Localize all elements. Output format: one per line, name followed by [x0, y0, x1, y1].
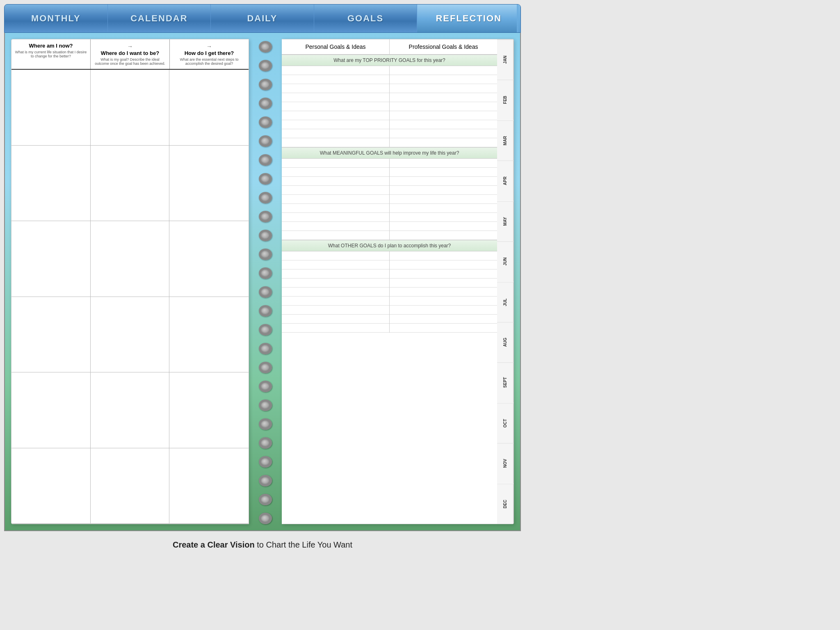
spiral-ring-12	[259, 267, 272, 279]
month-tab-aug[interactable]: AUG	[497, 322, 514, 362]
goal-line	[390, 204, 497, 213]
col-subtitle: What is my current life situation that I…	[14, 50, 88, 58]
goal-line	[282, 120, 389, 129]
col-title: Where do I want to be?	[93, 50, 167, 56]
navigation-bar: MONTHLYCALENDARDAILYGOALSREFLECTION	[4, 4, 521, 33]
goal-line	[390, 324, 497, 333]
grid-cell-r4-c0	[11, 372, 91, 448]
month-tab-sept[interactable]: SEPT	[497, 362, 514, 402]
section-label-1: What MEANINGFUL GOALS will help improve …	[282, 147, 497, 159]
goal-line	[390, 111, 497, 120]
grid-cell-r3-c2	[169, 297, 249, 373]
section-label-0: What are my TOP PRIORITY GOALS for this …	[282, 55, 497, 66]
nav-item-reflection[interactable]: REFLECTION	[417, 5, 520, 32]
month-tab-feb[interactable]: FEB	[497, 80, 514, 120]
month-tab-jan[interactable]: JAN	[497, 39, 514, 80]
month-tab-apr[interactable]: APR	[497, 160, 514, 201]
goal-line	[282, 297, 389, 306]
goals-section-1: What MEANINGFUL GOALS will help improve …	[282, 147, 497, 240]
left-header-col-1: →Where do I want to be?What is my goal? …	[91, 39, 170, 69]
month-tab-dec[interactable]: DEC	[497, 484, 514, 524]
goal-line	[282, 213, 389, 222]
goals-section-2: What OTHER GOALS do I plan to accomplish…	[282, 240, 497, 333]
goal-line	[390, 75, 497, 84]
grid-cell-r0-c1	[91, 70, 170, 146]
spiral-ring-0	[259, 41, 272, 52]
goals-lines-0	[282, 66, 497, 147]
grid-cell-r5-c0	[11, 448, 91, 524]
spiral-ring-23	[259, 475, 272, 486]
grid-cell-r0-c2	[169, 70, 249, 146]
grid-cell-r1-c2	[169, 146, 249, 221]
spiral-ring-3	[259, 98, 272, 109]
grid-cell-r2-c1	[91, 221, 170, 297]
goal-line	[282, 102, 389, 111]
month-tabs: JANFEBMARAPRMAYJUNJULAUGSEPTOCTNOVDEC	[497, 39, 514, 524]
goal-line	[390, 315, 497, 324]
nav-item-monthly[interactable]: MONTHLY	[5, 5, 108, 32]
grid-cell-r3-c0	[11, 297, 91, 373]
spiral-ring-9	[259, 211, 272, 222]
month-tab-may[interactable]: MAY	[497, 201, 514, 241]
goal-line	[282, 306, 389, 315]
goals-col-s1-c1	[390, 159, 497, 240]
goal-line	[390, 278, 497, 288]
month-tab-oct[interactable]: OCT	[497, 403, 514, 443]
spiral-ring-19	[259, 399, 272, 411]
goals-col-s2-c0	[282, 251, 390, 333]
spiral-binding	[249, 39, 282, 524]
spiral-ring-7	[259, 173, 272, 185]
goal-line	[390, 251, 497, 260]
goal-line	[390, 120, 497, 129]
spiral-ring-17	[259, 362, 272, 373]
col-title: Where am I now?	[14, 43, 88, 49]
goal-line	[282, 222, 389, 231]
goals-lines-1	[282, 159, 497, 240]
month-tab-jul[interactable]: JUL	[497, 282, 514, 322]
goal-line	[390, 260, 497, 269]
goal-line	[390, 129, 497, 138]
goals-section-0: What are my TOP PRIORITY GOALS for this …	[282, 55, 497, 147]
left-header-col-0: Where am I now?What is my current life s…	[11, 39, 91, 69]
goals-header: Personal Goals & IdeasProfessional Goals…	[282, 39, 497, 55]
goal-line	[390, 168, 497, 177]
goals-header-col-1: Professional Goals & Ideas	[390, 39, 497, 54]
goal-line	[282, 260, 389, 269]
nav-item-goals[interactable]: GOALS	[314, 5, 418, 32]
arrow-icon: →	[206, 43, 212, 50]
goal-line	[390, 222, 497, 231]
left-header-col-2: →How do I get there?What are the essenti…	[170, 39, 249, 69]
spiral-ring-15	[259, 324, 272, 336]
spiral-ring-25	[259, 513, 272, 524]
tagline-bold: Create a Clear Vision	[173, 540, 255, 549]
goal-line	[390, 84, 497, 93]
month-tab-mar[interactable]: MAR	[497, 120, 514, 160]
goal-line	[282, 231, 389, 240]
nav-item-daily[interactable]: DAILY	[211, 5, 314, 32]
spiral-ring-24	[259, 494, 272, 505]
spiral-ring-10	[259, 230, 272, 241]
spiral-ring-11	[259, 249, 272, 260]
spiral-ring-1	[259, 60, 272, 71]
goal-line	[282, 195, 389, 204]
goal-line	[282, 93, 389, 102]
grid-cell-r3-c1	[91, 297, 170, 373]
nav-item-calendar[interactable]: CALENDAR	[108, 5, 211, 32]
goals-lines-2	[282, 251, 497, 333]
goal-line	[390, 177, 497, 186]
goal-line	[282, 177, 389, 186]
goal-line	[390, 66, 497, 75]
grid-cell-r2-c2	[169, 221, 249, 297]
goal-line	[390, 195, 497, 204]
month-tab-jun[interactable]: JUN	[497, 241, 514, 281]
col-title: How do I get there?	[172, 50, 246, 56]
month-tab-nov[interactable]: NOV	[497, 443, 514, 483]
goal-line	[390, 186, 497, 195]
goal-line	[390, 213, 497, 222]
goal-line	[282, 129, 389, 138]
col-subtitle: What are the essential next steps to acc…	[172, 57, 246, 66]
goal-line	[390, 102, 497, 111]
goal-line	[390, 297, 497, 306]
goal-line	[282, 204, 389, 213]
goal-line	[282, 168, 389, 177]
